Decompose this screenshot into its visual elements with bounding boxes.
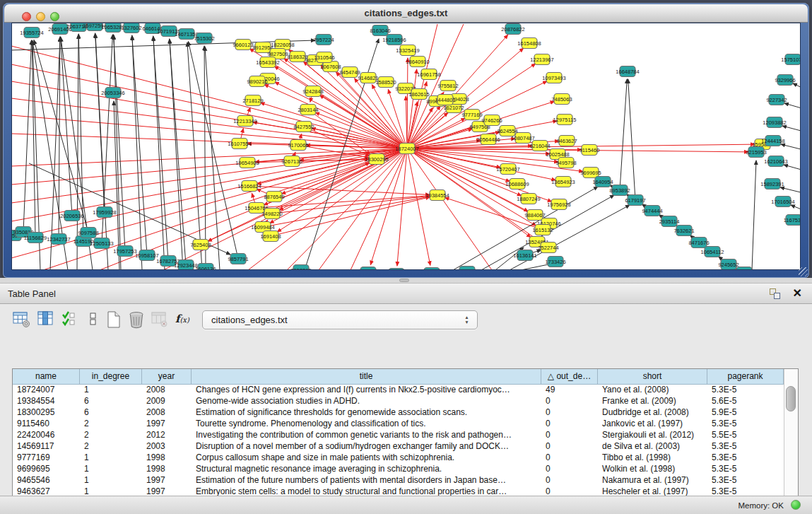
graph-node-label: 9827509 <box>267 51 288 57</box>
graph-node-label: 1310546 <box>314 54 334 61</box>
table-row[interactable]: 1830029562008Estimation of significance … <box>13 407 784 419</box>
window-titlebar[interactable]: citations_edges.txt <box>4 4 808 23</box>
table-row[interactable]: 946554611997Estimation of the future num… <box>13 475 784 486</box>
graph-node[interactable] <box>424 268 440 271</box>
column-header-title[interactable]: title <box>192 369 541 385</box>
table-cell: Tourette syndrome. Phenomenology and cla… <box>192 419 541 430</box>
graph-node-label: 1733426 <box>545 259 565 265</box>
graph-node-label: 20053346 <box>101 90 124 96</box>
graph-node-label: 16961758 <box>417 71 440 78</box>
graph-edge <box>407 148 492 270</box>
graph-node-label: 1862615 <box>408 91 429 98</box>
table-cell: 9465546 <box>13 475 80 486</box>
float-panel-icon[interactable] <box>769 288 781 300</box>
table-cell: 5.3E-5 <box>707 419 784 430</box>
table-cell: 1998 <box>142 464 192 475</box>
table-cell: Tibbo et al. (1998) <box>598 452 707 464</box>
split-pane-grip[interactable] <box>399 279 409 282</box>
table-row[interactable]: 969969511998Structural magnetic resonanc… <box>13 464 784 475</box>
network-canvas[interactable]: 1872400796601238912954182260589827509165… <box>11 23 801 270</box>
function-builder-icon[interactable]: f(x) <box>175 313 195 332</box>
graph-node-label: 9746266 <box>481 117 502 124</box>
graph-node-label: 8876549 <box>264 194 284 200</box>
change-table-mode-icon[interactable] <box>12 310 32 329</box>
graph-edge <box>78 34 83 241</box>
graph-edge <box>319 95 407 148</box>
network-view-window[interactable]: citations_edges.txt 18724007966012389129… <box>3 3 809 278</box>
graph-node-label: 1327602 <box>121 25 141 31</box>
graph-node-label: 7957224 <box>313 37 334 43</box>
table-cell: de Silva et al. (2003) <box>598 441 707 452</box>
graph-node-label: 9474412 <box>457 269 477 270</box>
graph-node-label: 16210643 <box>764 158 787 165</box>
scrollbar-thumb[interactable] <box>786 386 796 411</box>
graph-edge <box>12 148 407 203</box>
table-body: 1872400712008Changes of HCN gene express… <box>13 385 784 498</box>
table-row[interactable]: 1456911722003Disruption of a novel membe… <box>13 441 784 452</box>
graph-node-label: 9660123 <box>233 42 253 48</box>
column-header-short[interactable]: short <box>598 369 707 385</box>
graph-edge <box>61 37 72 216</box>
table-cell: 2 <box>80 430 142 441</box>
import-table-icon[interactable] <box>150 310 170 329</box>
table-cell: Changes of HCN gene expression and I(f) … <box>192 385 541 396</box>
graph-node-label: 8454749 <box>339 69 360 76</box>
graph-node-label: 16543392 <box>256 59 279 66</box>
table-row[interactable]: 911546021997Tourette syndrome. Phenomeno… <box>13 419 784 430</box>
graph-node-label: 15166824 <box>237 183 261 189</box>
table-cell: 1 <box>80 385 142 396</box>
table-selector-dropdown[interactable]: citations_edges.txt ▲▼ <box>202 310 478 329</box>
column-header-year[interactable]: year <box>142 369 192 385</box>
graph-edge <box>784 103 801 110</box>
graph-node[interactable] <box>389 269 404 271</box>
table-row[interactable]: 2242004622012Investigating the contribut… <box>13 430 784 441</box>
column-header-in_degree[interactable]: in_degree <box>80 369 142 385</box>
graph-node-label: 19756928 <box>547 201 570 208</box>
graph-node-label: 11156829 <box>24 235 47 241</box>
graph-node-label: 17957253 <box>113 248 136 255</box>
table-cell: 0 <box>541 396 598 407</box>
graph-edge <box>407 69 417 148</box>
column-header-name[interactable]: name <box>13 369 80 385</box>
row-height-icon[interactable] <box>83 310 103 329</box>
graph-node-label: 1588520 <box>375 79 396 86</box>
table-row[interactable]: 1872400712008Changes of HCN gene express… <box>13 385 784 396</box>
graph-node-label: 6179197 <box>625 197 645 204</box>
graph-node-label: 9495798 <box>555 160 576 166</box>
table-cell: 19384554 <box>13 396 80 407</box>
table-cell: 0 <box>541 441 598 452</box>
graph-edge <box>287 148 407 270</box>
graph-edge <box>188 42 238 259</box>
graph-node-label: 12444158 <box>761 138 784 144</box>
memory-ok-indicator <box>791 500 801 510</box>
graph-edge <box>153 36 168 261</box>
table-row[interactable]: 1938455462009Genome-wide association stu… <box>13 396 784 407</box>
delete-columns-icon[interactable] <box>126 310 146 329</box>
graph-node-label: 9242848 <box>302 88 323 95</box>
graph-node-label: 13654923 <box>551 179 575 185</box>
table-cell: 1997 <box>142 419 192 430</box>
graph-node-label: 1606136 <box>195 266 216 270</box>
graph-node-label: 20564486 <box>476 136 500 143</box>
table-cell: 1 <box>80 452 142 464</box>
select-columns-icon[interactable] <box>60 310 80 329</box>
graph-node-label: 8624554 <box>497 128 517 134</box>
network-graph[interactable]: 1872400796601238912954182260589827509165… <box>12 23 801 270</box>
table-header-row: namein_degreeyeartitle△ out_de…shortpage… <box>13 369 784 385</box>
window-resize-grip[interactable] <box>799 267 808 276</box>
table-row[interactable]: 977716911998Corpus callosum shape and si… <box>13 452 784 464</box>
table-cell: Wolkin et al. (1998) <box>598 464 707 475</box>
close-panel-icon[interactable]: ✕ <box>793 286 802 300</box>
graph-edge <box>23 40 32 232</box>
graph-node-label: 1691408 <box>260 233 281 240</box>
column-header-out_de[interactable]: △ out_de… <box>541 369 598 385</box>
vertical-scrollbar[interactable] <box>784 369 798 498</box>
create-column-icon[interactable] <box>104 310 124 329</box>
show-column-icon[interactable] <box>36 310 56 329</box>
table-cell: 2003 <box>142 441 192 452</box>
graph-node-label: 8427552 <box>293 124 314 130</box>
graph-node-label: 9097588 <box>78 230 98 236</box>
table-cell: Dudbridge et al. (2008) <box>598 407 707 419</box>
column-header-pagerank[interactable]: pagerank <box>707 369 784 385</box>
table-cell: 49 <box>541 385 598 396</box>
